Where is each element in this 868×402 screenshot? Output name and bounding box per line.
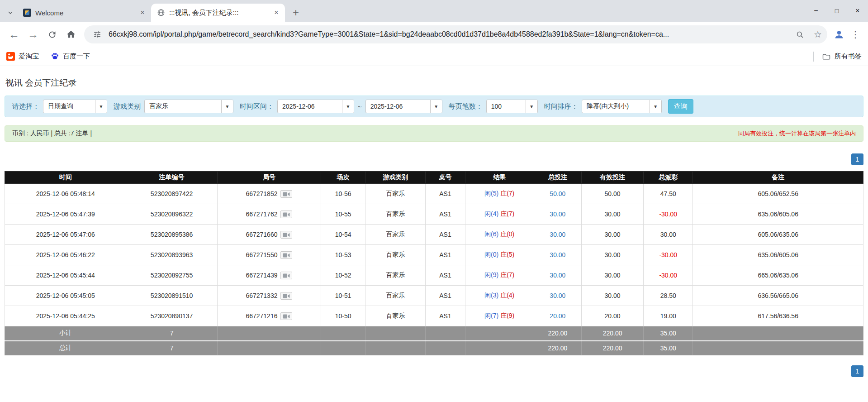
- result-cell: 闲(5) 庄(7): [465, 184, 534, 204]
- valid-bet-cell: 30.00: [581, 286, 643, 306]
- total-bet-link[interactable]: 30.00: [550, 251, 565, 258]
- chevron-down-icon[interactable]: ▼: [95, 100, 107, 113]
- table-no-cell: AS1: [426, 245, 465, 265]
- address-bar[interactable]: 66cxkj98.com/ipl/portal.php/game/betreco…: [84, 25, 827, 43]
- query-type-select[interactable]: 日期查询 ▼: [43, 100, 107, 113]
- empty-cell: [465, 326, 534, 341]
- zoom-icon[interactable]: [793, 28, 806, 41]
- total-bet-link[interactable]: 30.00: [550, 231, 565, 238]
- profile-icon[interactable]: [831, 26, 847, 43]
- page-number-button[interactable]: 1: [851, 365, 863, 377]
- game-type-cell: 百家乐: [365, 306, 426, 326]
- video-replay-button[interactable]: [280, 312, 292, 320]
- result-banker: 庄(7): [500, 271, 514, 278]
- page-content: 视讯 会员下注纪录 请选择： 日期查询 ▼ 游戏类别 百家乐 ▼ 时间区间： 2…: [0, 77, 868, 377]
- round-id: 667271332: [246, 292, 277, 299]
- page-number-button[interactable]: 1: [851, 153, 863, 165]
- video-replay-button[interactable]: [280, 211, 292, 218]
- video-replay-button[interactable]: [280, 231, 292, 239]
- video-replay-button[interactable]: [280, 272, 292, 279]
- payout-cell: -30.00: [644, 204, 693, 225]
- video-replay-button[interactable]: [280, 251, 292, 259]
- round-id: 667271762: [246, 211, 277, 218]
- bookmark-label: 百度一下: [63, 52, 90, 61]
- session-cell: 10-53: [321, 245, 365, 265]
- maximize-button[interactable]: □: [826, 0, 847, 22]
- table-no-cell: AS1: [426, 184, 465, 204]
- note-cell: 635.06/605.06: [693, 245, 863, 265]
- notice-text: 同局有效投注，统一计算在该局第一张注单内: [738, 129, 856, 138]
- total-bet-link[interactable]: 30.00: [550, 211, 565, 218]
- info-bar: 币别 : 人民币 | 总共 :7 注单 | 同局有效投注，统一计算在该局第一张注…: [5, 125, 863, 142]
- valid-bet-cell: 30.00: [581, 204, 643, 225]
- url-text[interactable]: 66cxkj98.com/ipl/portal.php/game/betreco…: [109, 30, 788, 38]
- home-icon: [66, 29, 76, 39]
- total-bet-link[interactable]: 50.00: [550, 190, 565, 197]
- chevron-down-icon[interactable]: ▼: [221, 100, 233, 113]
- chevron-down-icon[interactable]: ▼: [650, 100, 661, 113]
- folder-icon: [822, 52, 831, 61]
- back-button[interactable]: ←: [5, 25, 24, 44]
- select-type-label: 请选择：: [12, 102, 39, 111]
- tab-title: Welcome: [35, 9, 134, 17]
- sort-select[interactable]: 降幂(由大到小) ▼: [582, 100, 662, 113]
- empty-cell: [693, 326, 863, 341]
- home-button[interactable]: [62, 25, 81, 44]
- aitaobao-icon: [6, 52, 15, 61]
- chevron-down-icon[interactable]: ▼: [342, 100, 354, 113]
- sort-label: 时间排序：: [544, 102, 578, 111]
- tab-betrecord[interactable]: :::视讯, 会员下注纪录::: ×: [151, 4, 285, 22]
- bet-record-row: 2025-12-06 05:44:25523020890137667271216…: [5, 306, 863, 326]
- video-replay-button[interactable]: [280, 190, 292, 198]
- result-cell: 闲(0) 庄(5): [465, 245, 534, 265]
- session-cell: 10-56: [321, 184, 365, 204]
- total-bet-cell: 30.00: [534, 286, 581, 306]
- chevron-down-icon[interactable]: ▼: [526, 100, 537, 113]
- total-bet-link[interactable]: 20.00: [550, 312, 565, 320]
- time-cell: 2025-12-06 05:47:06: [5, 225, 126, 245]
- window-controls: − □ ×: [806, 0, 868, 22]
- table-header-row: 时间注单编号局号场次游戏类别桌号结果总投注有效投注总派彩备注: [5, 172, 863, 184]
- note-cell: 605.06/652.56: [693, 184, 863, 204]
- menu-dots-icon[interactable]: ⋮: [847, 26, 863, 43]
- result-player: 闲(5): [484, 190, 498, 197]
- refresh-icon: [47, 30, 57, 39]
- valid-bet-cell: 30.00: [581, 265, 643, 286]
- tab-search-button[interactable]: [4, 4, 17, 22]
- date-from-input[interactable]: 2025-12-06 ▼: [277, 100, 354, 113]
- round-cell: 667271332: [217, 286, 321, 306]
- new-tab-button[interactable]: +: [288, 5, 304, 21]
- bookmark-baidu[interactable]: 百度一下: [51, 52, 90, 61]
- date-to-input[interactable]: 2025-12-06 ▼: [365, 100, 442, 113]
- game-type-cell: 百家乐: [365, 225, 426, 245]
- forward-button[interactable]: →: [24, 25, 43, 44]
- per-page-select[interactable]: 100 ▼: [486, 100, 538, 113]
- site-settings-icon[interactable]: [90, 28, 104, 41]
- total-bet-link[interactable]: 30.00: [550, 272, 565, 279]
- tab-close-icon[interactable]: ×: [138, 8, 147, 18]
- column-header: 总派彩: [644, 172, 693, 184]
- refresh-button[interactable]: [43, 25, 62, 44]
- payout-cell: 28.50: [644, 286, 693, 306]
- round-id: 667271852: [246, 190, 277, 197]
- chevron-down-icon[interactable]: ▼: [430, 100, 442, 113]
- total-bet-link[interactable]: 30.00: [550, 292, 565, 299]
- page-title: 视讯 会员下注纪录: [5, 77, 863, 89]
- bookmark-aitaobao[interactable]: 爱淘宝: [6, 52, 39, 61]
- minimize-button[interactable]: −: [806, 0, 826, 22]
- tab-close-icon[interactable]: ×: [271, 8, 281, 18]
- video-replay-button[interactable]: [280, 292, 292, 300]
- total-count: 7: [126, 341, 217, 355]
- all-bookmarks-button[interactable]: 所有书签: [813, 52, 862, 62]
- search-button[interactable]: 查询: [668, 99, 693, 114]
- game-type-select[interactable]: 百家乐 ▼: [144, 100, 233, 113]
- tab-welcome[interactable]: Welcome ×: [17, 4, 151, 22]
- empty-cell: [426, 341, 465, 355]
- round-cell: 667271762: [217, 204, 321, 225]
- note-cell: 636.56/665.06: [693, 286, 863, 306]
- column-header: 总投注: [534, 172, 581, 184]
- close-window-button[interactable]: ×: [847, 0, 868, 22]
- browser-nav-bar: ← → 66cxkj98.com/ipl/portal.php/game/bet…: [0, 22, 868, 47]
- bookmark-star-icon[interactable]: ☆: [811, 28, 825, 41]
- game-type-cell: 百家乐: [365, 286, 426, 306]
